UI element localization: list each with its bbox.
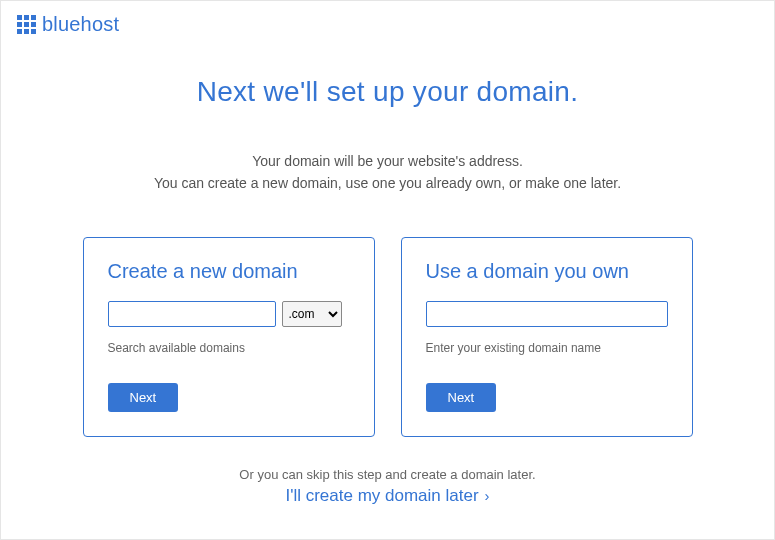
create-domain-helper: Search available domains — [108, 341, 350, 355]
create-domain-title: Create a new domain — [108, 260, 350, 283]
skip-link[interactable]: I'll create my domain later › — [285, 486, 489, 506]
own-domain-card: Use a domain you own Enter your existing… — [401, 237, 693, 437]
own-domain-title: Use a domain you own — [426, 260, 668, 283]
own-domain-next-button[interactable]: Next — [426, 383, 497, 412]
skip-prompt: Or you can skip this step and create a d… — [1, 467, 774, 482]
create-domain-card: Create a new domain .com Search availabl… — [83, 237, 375, 437]
chevron-right-icon: › — [485, 487, 490, 504]
subtitle-line-2: You can create a new domain, use one you… — [1, 172, 774, 194]
header: bluehost — [1, 1, 774, 48]
brand-name: bluehost — [42, 13, 119, 36]
create-domain-input-row: .com — [108, 301, 350, 327]
page-subtitle: Your domain will be your website's addre… — [1, 150, 774, 195]
cards-container: Create a new domain .com Search availabl… — [1, 237, 774, 437]
logo-grid-icon — [17, 15, 36, 34]
tld-select[interactable]: .com — [282, 301, 342, 327]
own-domain-input-row — [426, 301, 668, 327]
own-domain-input[interactable] — [426, 301, 668, 327]
new-domain-input[interactable] — [108, 301, 276, 327]
skip-section: Or you can skip this step and create a d… — [1, 467, 774, 506]
create-domain-next-button[interactable]: Next — [108, 383, 179, 412]
own-domain-helper: Enter your existing domain name — [426, 341, 668, 355]
subtitle-line-1: Your domain will be your website's addre… — [1, 150, 774, 172]
skip-link-text: I'll create my domain later — [285, 486, 478, 506]
page-title: Next we'll set up your domain. — [1, 76, 774, 108]
